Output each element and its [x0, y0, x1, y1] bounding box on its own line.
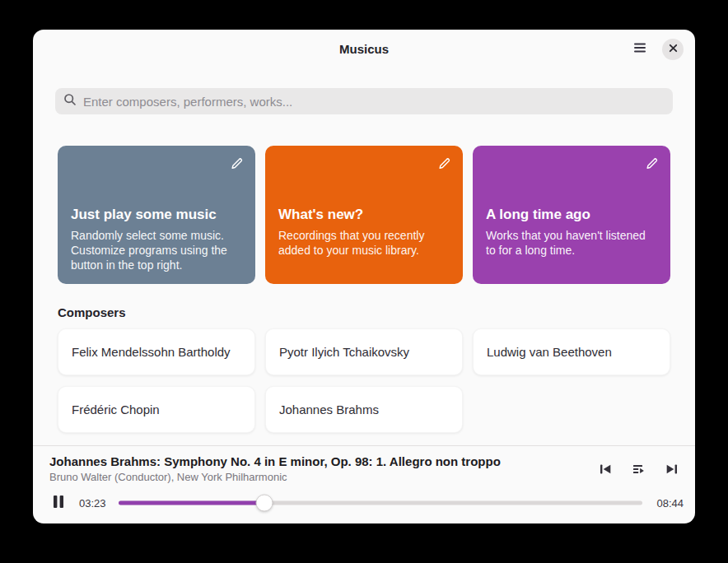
program-title: A long time ago — [486, 146, 657, 224]
skip-forward-icon — [665, 463, 679, 478]
header-bar: Musicus — [33, 30, 695, 68]
pause-icon — [53, 495, 64, 511]
player-buttons — [593, 458, 684, 482]
edit-program-button[interactable] — [225, 153, 248, 176]
pencil-icon — [645, 156, 659, 173]
player-top-row: Johannes Brahms: Symphony No. 4 in E min… — [33, 446, 695, 483]
edit-program-button[interactable] — [640, 153, 663, 176]
close-button[interactable] — [662, 39, 684, 60]
search-bar[interactable] — [55, 88, 673, 114]
skip-backward-icon — [599, 463, 613, 478]
composer-card[interactable]: Johannes Brahms — [265, 386, 463, 433]
seek-handle[interactable] — [255, 495, 273, 512]
composers-heading: Composers — [58, 305, 670, 319]
pencil-icon — [230, 156, 244, 173]
composer-grid: Felix Mendelssohn Bartholdy Pyotr Ilyich… — [58, 328, 670, 433]
search-input[interactable] — [83, 95, 665, 109]
composer-card[interactable]: Frédéric Chopin — [58, 386, 255, 433]
pause-button[interactable] — [46, 491, 71, 515]
composer-card[interactable]: Pyotr Ilyich Tchaikovsky — [265, 328, 463, 375]
program-title: Just play some music — [71, 146, 242, 224]
seek-fill — [119, 501, 264, 505]
composer-card[interactable]: Felix Mendelssohn Bartholdy — [58, 328, 255, 375]
composer-card[interactable]: Ludwig van Beethoven — [473, 328, 670, 375]
program-description: Recordings that you recently added to yo… — [278, 228, 450, 258]
program-card-long-time-ago[interactable]: A long time ago Works that you haven't l… — [473, 146, 670, 284]
total-time: 08:44 — [654, 497, 684, 509]
previous-track-button[interactable] — [593, 458, 618, 482]
elapsed-time: 03:23 — [79, 497, 109, 509]
playlist-button[interactable] — [626, 458, 651, 482]
program-cards: Just play some music Randomly select som… — [58, 146, 670, 284]
track-performers: Bruno Walter (Conductor), New York Philh… — [49, 471, 501, 483]
app-window: Musicus — [33, 30, 695, 523]
edit-program-button[interactable] — [432, 153, 455, 176]
program-title: What's new? — [278, 146, 450, 224]
playlist-icon — [632, 463, 646, 478]
track-title: Johannes Brahms: Symphony No. 4 in E min… — [49, 454, 501, 468]
search-icon — [63, 93, 77, 109]
program-description: Works that you haven't listened to for a… — [486, 228, 657, 258]
menu-button[interactable] — [629, 39, 651, 60]
close-icon — [669, 43, 678, 55]
header-actions — [629, 30, 684, 68]
seek-slider[interactable] — [119, 493, 642, 513]
hamburger-icon — [633, 42, 646, 56]
pencil-icon — [437, 156, 451, 173]
program-card-just-play[interactable]: Just play some music Randomly select som… — [58, 146, 255, 284]
player-bar: Johannes Brahms: Symphony No. 4 in E min… — [33, 445, 695, 523]
program-card-whats-new[interactable]: What's new? Recordings that you recently… — [265, 146, 463, 284]
player-bottom-row: 03:23 08:44 — [33, 483, 695, 515]
program-description: Randomly select some music. Customize pr… — [71, 228, 242, 273]
window-title: Musicus — [339, 42, 389, 56]
next-track-button[interactable] — [659, 458, 684, 482]
track-info: Johannes Brahms: Symphony No. 4 in E min… — [49, 454, 501, 483]
